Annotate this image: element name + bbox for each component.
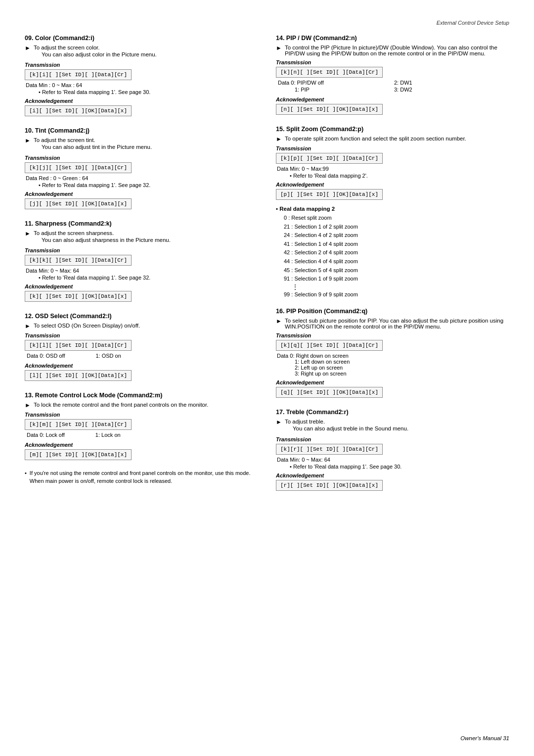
section-09-tx-label: Transmission [25, 62, 258, 68]
map-item-0: 0 : Reset split zoom [284, 214, 509, 223]
section-15-note: • Refer to 'Real data mapping 2'. [290, 173, 509, 179]
section-16-desc-text: To select sub picture position for PIP. … [285, 318, 509, 330]
header-title: External Control Device Setup [437, 20, 509, 26]
section-09-ack-code: [i][ ][Set ID][ ][OK][Data][x] [25, 105, 132, 116]
section-16-tx-code: [k][q][ ][Set ID][ ][Data][Cr] [276, 340, 383, 351]
map-item-2: 24 : Selection 4 of 2 split zoom [284, 231, 509, 240]
section-12: 12. OSD Select (Command2:l) ► To select … [25, 313, 258, 383]
section-13-title: 13. Remote Control Lock Mode (Command2:m… [25, 392, 258, 399]
section-17-sub: You can also adjust treble in the Sound … [293, 425, 408, 431]
section-15-tx-code: [k][p][ ][Set ID][ ][Data][Cr] [276, 153, 383, 164]
section-14-desc-text: To control the PIP (Picture In picture)/… [285, 45, 509, 56]
section-17-tx-label: Transmission [276, 436, 509, 442]
section-16: 16. PIP Position (Command2:q) ► To selec… [276, 308, 509, 400]
section-11-desc-text: To adjust the screen sharpness. [34, 230, 114, 236]
section-11-title: 11. Sharpness (Command2:k) [25, 220, 258, 227]
section-10-desc: ► To adjust the screen tint. You can als… [25, 137, 258, 151]
section-13-tx-label: Transmission [25, 412, 258, 418]
section-17-desc: ► To adjust treble. You can also adjust … [276, 419, 509, 433]
section-10-tx-code: [k][j][ ][Set ID][ ][Data][Cr] [25, 162, 132, 173]
section-13-footer: • If you're not using the remote control… [25, 469, 258, 485]
section-15-tx-label: Transmission [276, 145, 509, 151]
section-10-title: 10. Tint (Command2:j) [25, 127, 258, 134]
section-16-tx-label: Transmission [276, 332, 509, 338]
section-13-data-1: 1: Lock on [95, 432, 121, 438]
section-12-ack-label: Acknowledgement [25, 363, 258, 369]
section-14-title: 14. PIP / DW (Command2:n) [276, 35, 509, 42]
section-13-data-0: Data 0: Lock off [27, 432, 65, 438]
section-17-note: • Refer to 'Real data mapping 1'. See pa… [290, 464, 509, 470]
section-17-title: 17. Treble (Command2:r) [276, 409, 509, 416]
arrow-icon: ► [276, 136, 282, 142]
section-14-ack-code: [n][ ][Set ID][ ][OK][Data][x] [276, 104, 383, 115]
section-11: 11. Sharpness (Command2:k) ► To adjust t… [25, 220, 258, 304]
arrow-icon: ► [25, 137, 31, 144]
section-11-ack-code: [k][ ][Set ID][ ][OK][Data][x] [25, 291, 132, 302]
page: External Control Device Setup 09. Color … [0, 0, 534, 756]
section-15-mapping-list: 0 : Reset split zoom 21 : Selection 1 of… [284, 214, 509, 299]
section-12-data-1: 1: OSD on [95, 353, 121, 359]
left-column: 09. Color (Command2:i) ► To adjust the s… [25, 35, 258, 502]
section-10-data: Data Red : 0 ~ Green : 64 [26, 175, 258, 181]
section-10-desc-text: To adjust the screen tint. [34, 137, 95, 143]
section-14-data-0: Data 0: PIP/DW off [278, 80, 393, 86]
map-item-6: 45 : Selection 5 of 4 split zoom [284, 266, 509, 275]
section-14-data-1: 2: DW1 [394, 80, 509, 86]
section-13-desc: ► To lock the remote control and the fro… [25, 402, 258, 409]
section-17-data: Data Min: 0 ~ Max: 64 [277, 457, 509, 463]
section-12-desc-text: To select OSD (On Screen Display) on/off… [34, 323, 140, 329]
section-17-ack-code: [r][ ][Set ID][ ][OK][Data][x] [276, 480, 383, 491]
section-12-tx-label: Transmission [25, 332, 258, 338]
section-10: 10. Tint (Command2:j) ► To adjust the sc… [25, 127, 258, 211]
arrow-icon: ► [276, 419, 282, 425]
section-11-data: Data Min: 0 ~ Max: 64 [26, 268, 258, 274]
section-09-sub: You can also adjust color in the Picture… [42, 51, 157, 57]
section-13-desc-text: To lock the remote control and the front… [34, 402, 209, 408]
section-13-ack-label: Acknowledgement [25, 442, 258, 448]
page-header: External Control Device Setup [25, 20, 509, 26]
section-11-sub: You can also adjust sharpness in the Pic… [42, 237, 171, 243]
map-item-1: 21 : Selection 1 of 2 split zoom [284, 223, 509, 232]
section-11-note: • Refer to 'Real data mapping 1'. See pa… [39, 275, 258, 281]
section-10-ack-label: Acknowledgement [25, 191, 258, 197]
section-13-footer-text: If you're not using the remote control a… [30, 469, 258, 485]
section-16-data-block: Data 0: Right down on screen 1: Left dow… [277, 353, 509, 377]
section-09-tx-code: [k][i][ ][Set ID][ ][Data][Cr] [25, 69, 132, 80]
map-item-8: 99 : Selection 9 of 9 split zoom [284, 290, 509, 299]
section-14: 14. PIP / DW (Command2:n) ► To control t… [276, 35, 509, 117]
section-10-ack-code: [j][ ][Set ID][ ][OK][Data][x] [25, 198, 132, 209]
section-12-desc: ► To select OSD (On Screen Display) on/o… [25, 323, 258, 330]
section-14-tx-label: Transmission [276, 59, 509, 65]
section-15-data: Data Min: 0 ~ Max:99 [277, 166, 509, 172]
section-17-desc-text: To adjust treble. [285, 419, 325, 425]
section-15-desc: ► To operate split zoom function and sel… [276, 136, 509, 142]
section-11-tx-label: Transmission [25, 247, 258, 253]
map-item-7: 91 : Selection 1 of 9 split zoom [284, 275, 509, 284]
main-content: 09. Color (Command2:i) ► To adjust the s… [25, 35, 509, 502]
section-15-ack-code: [p][ ][Set ID][ ][OK][Data][x] [276, 189, 383, 200]
section-15-ack-label: Acknowledgement [276, 182, 509, 188]
section-12-tx-code: [k][l][ ][Set ID][ ][Data][Cr] [25, 340, 132, 351]
section-13-ack-code: [m][ ][Set ID][ ][OK][Data][x] [25, 449, 132, 460]
map-item-4: 42 : Selection 2 of 4 split zoom [284, 248, 509, 257]
section-11-desc: ► To adjust the screen sharpness. You ca… [25, 230, 258, 244]
section-14-tx-code: [k][n][ ][Set ID][ ][Data][Cr] [276, 67, 383, 78]
map-item-3: 41 : Selection 1 of 4 split zoom [284, 240, 509, 249]
section-16-desc: ► To select sub picture position for PIP… [276, 318, 509, 330]
section-09-desc: ► To adjust the screen color. You can al… [25, 45, 258, 59]
section-16-ack-label: Acknowledgement [276, 379, 509, 385]
section-09-ack-label: Acknowledgement [25, 98, 258, 104]
section-14-desc: ► To control the PIP (Picture In picture… [276, 45, 509, 56]
section-12-title: 12. OSD Select (Command2:l) [25, 313, 258, 320]
ellipsis: ⋮ [292, 284, 509, 290]
section-09-title: 09. Color (Command2:i) [25, 35, 258, 42]
section-10-note: • Refer to 'Real data mapping 1'. See pa… [39, 182, 258, 188]
section-17-ack-label: Acknowledgement [276, 472, 509, 478]
section-09-note: • Refer to 'Real data mapping 1'. See pa… [39, 89, 258, 95]
section-09-desc-text: To adjust the screen color. [34, 45, 100, 50]
section-14-ack-label: Acknowledgement [276, 96, 509, 102]
section-14-data-2: 1: PIP [295, 87, 393, 93]
section-13: 13. Remote Control Lock Mode (Command2:m… [25, 392, 258, 485]
section-15-title: 15. Split Zoom (Command2:p) [276, 126, 509, 133]
section-10-tx-label: Transmission [25, 155, 258, 161]
